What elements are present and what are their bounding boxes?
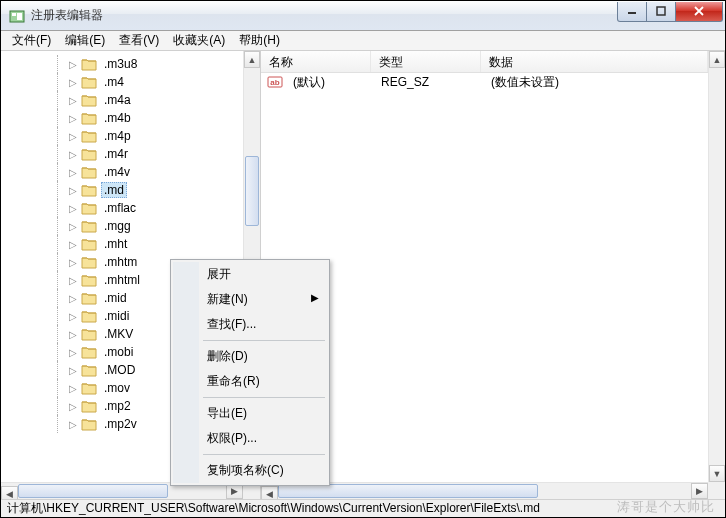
string-value-icon: ab — [267, 74, 283, 90]
folder-icon — [81, 75, 97, 89]
ctx-copy-key-name[interactable]: 复制项名称(C) — [173, 458, 327, 483]
tree-item[interactable]: ▷.md — [1, 181, 243, 199]
scroll-right-button[interactable]: ▶ — [691, 483, 708, 499]
tree-item-label: .m4p — [101, 129, 134, 143]
list-scroll-vertical[interactable]: ▲ ▼ — [708, 51, 725, 482]
close-button[interactable] — [675, 2, 723, 22]
tree-item-label: .mht — [101, 237, 130, 251]
list-body[interactable]: ab(默认)REG_SZ(数值未设置) — [261, 73, 708, 91]
scroll-thumb-h[interactable] — [278, 484, 538, 498]
tree-item[interactable]: ▷.mgg — [1, 217, 243, 235]
svg-rect-1 — [12, 13, 16, 16]
menu-favorites[interactable]: 收藏夹(A) — [166, 30, 232, 51]
expand-icon[interactable]: ▷ — [67, 329, 79, 340]
folder-icon — [81, 309, 97, 323]
scroll-left-button[interactable]: ◀ — [261, 486, 278, 499]
menu-file[interactable]: 文件(F) — [5, 30, 58, 51]
expand-icon[interactable]: ▷ — [67, 59, 79, 70]
minimize-button[interactable] — [617, 2, 647, 22]
ctx-expand[interactable]: 展开 — [173, 262, 327, 287]
expand-icon[interactable]: ▷ — [67, 203, 79, 214]
tree-item-label: .m4v — [101, 165, 133, 179]
ctx-separator — [203, 397, 325, 398]
tree-item[interactable]: ▷.m4a — [1, 91, 243, 109]
expand-icon[interactable]: ▷ — [67, 239, 79, 250]
status-path: 计算机\HKEY_CURRENT_USER\Software\Microsoft… — [7, 500, 540, 517]
folder-icon — [81, 417, 97, 431]
tree-item[interactable]: ▷.m4r — [1, 145, 243, 163]
folder-icon — [81, 237, 97, 251]
folder-icon — [81, 363, 97, 377]
folder-icon — [81, 165, 97, 179]
menu-edit[interactable]: 编辑(E) — [58, 30, 112, 51]
scroll-left-button[interactable]: ◀ — [1, 486, 18, 499]
ctx-export[interactable]: 导出(E) — [173, 401, 327, 426]
expand-icon[interactable]: ▷ — [67, 275, 79, 286]
tree-item-label: .mov — [101, 381, 133, 395]
ctx-delete[interactable]: 删除(D) — [173, 344, 327, 369]
tree-item-label: .mhtm — [101, 255, 140, 269]
expand-icon[interactable]: ▷ — [67, 419, 79, 430]
tree-item[interactable]: ▷.mht — [1, 235, 243, 253]
tree-item-label: .MKV — [101, 327, 136, 341]
expand-icon[interactable]: ▷ — [67, 113, 79, 124]
folder-icon — [81, 381, 97, 395]
tree-item[interactable]: ▷.mflac — [1, 199, 243, 217]
col-name[interactable]: 名称 — [261, 51, 371, 72]
maximize-button[interactable] — [646, 2, 676, 22]
ctx-find[interactable]: 查找(F)... — [173, 312, 327, 337]
ctx-rename[interactable]: 重命名(R) — [173, 369, 327, 394]
tree-item-label: .m3u8 — [101, 57, 140, 71]
scroll-thumb-h[interactable] — [18, 484, 168, 498]
expand-icon[interactable]: ▷ — [67, 131, 79, 142]
ctx-new[interactable]: 新建(N)▶ — [173, 287, 327, 312]
tree-item-label: .m4b — [101, 111, 134, 125]
expand-icon[interactable]: ▷ — [67, 365, 79, 376]
tree-item[interactable]: ▷.m4 — [1, 73, 243, 91]
expand-icon[interactable]: ▷ — [67, 77, 79, 88]
folder-icon — [81, 93, 97, 107]
expand-icon[interactable]: ▷ — [67, 185, 79, 196]
menu-view[interactable]: 查看(V) — [112, 30, 166, 51]
list-header[interactable]: 名称 类型 数据 — [261, 51, 708, 73]
expand-icon[interactable]: ▷ — [67, 221, 79, 232]
expand-icon[interactable]: ▷ — [67, 95, 79, 106]
window-title: 注册表编辑器 — [31, 7, 618, 24]
folder-icon — [81, 255, 97, 269]
tree-item-label: .mobi — [101, 345, 136, 359]
tree-item-label: .md — [101, 182, 127, 198]
expand-icon[interactable]: ▷ — [67, 167, 79, 178]
scroll-up-button[interactable]: ▲ — [709, 51, 725, 68]
menubar: 文件(F) 编辑(E) 查看(V) 收藏夹(A) 帮助(H) — [1, 31, 725, 51]
tree-item[interactable]: ▷.m3u8 — [1, 55, 243, 73]
col-data[interactable]: 数据 — [481, 51, 708, 72]
list-row[interactable]: ab(默认)REG_SZ(数值未设置) — [261, 73, 708, 91]
scroll-corner — [708, 482, 725, 499]
tree-item-label: .m4 — [101, 75, 127, 89]
expand-icon[interactable]: ▷ — [67, 311, 79, 322]
tree-item-label: .MOD — [101, 363, 138, 377]
scroll-down-button[interactable]: ▼ — [709, 465, 725, 482]
expand-icon[interactable]: ▷ — [67, 293, 79, 304]
scroll-up-button[interactable]: ▲ — [244, 51, 260, 68]
expand-icon[interactable]: ▷ — [67, 149, 79, 160]
tree-item-label: .mid — [101, 291, 130, 305]
folder-icon — [81, 57, 97, 71]
expand-icon[interactable]: ▷ — [67, 347, 79, 358]
folder-icon — [81, 111, 97, 125]
expand-icon[interactable]: ▷ — [67, 383, 79, 394]
cell-data: (数值未设置) — [483, 74, 567, 91]
tree-item[interactable]: ▷.m4v — [1, 163, 243, 181]
ctx-permissions[interactable]: 权限(P)... — [173, 426, 327, 451]
scroll-thumb-v[interactable] — [245, 156, 259, 226]
submenu-arrow-icon: ▶ — [311, 292, 319, 303]
tree-item[interactable]: ▷.m4b — [1, 109, 243, 127]
app-icon — [9, 8, 25, 24]
tree-item[interactable]: ▷.m4p — [1, 127, 243, 145]
menu-help[interactable]: 帮助(H) — [232, 30, 287, 51]
tree-item-label: .mhtml — [101, 273, 143, 287]
col-type[interactable]: 类型 — [371, 51, 481, 72]
expand-icon[interactable]: ▷ — [67, 401, 79, 412]
svg-rect-2 — [17, 13, 22, 20]
expand-icon[interactable]: ▷ — [67, 257, 79, 268]
